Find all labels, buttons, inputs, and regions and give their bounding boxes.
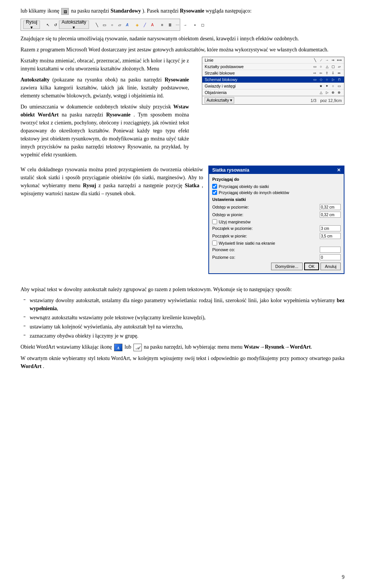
label-odstep-poziome: Odstęp w poziomie: [212, 205, 320, 209]
para-siatka-1: W celu dokładnego rysowania można przed … [21, 167, 203, 180]
para5-text5: . Tym sposobem można tworzyć tekst z cie… [21, 112, 189, 158]
middle-section: Linie ╲ ⟋ → ⇒ ⟺ Kształty podstawowe ▭ ○ … [21, 57, 344, 162]
paragraph-siatka: W celu dokładnego rysowania można przed … [21, 166, 203, 198]
arrow-style-icon[interactable]: → [182, 21, 189, 28]
font-color-icon[interactable]: A [149, 21, 156, 28]
wordart-label: WordArt [290, 344, 311, 350]
siatka-section: Siatka rysowania ✕ Przyciągaj do Przycią… [21, 166, 344, 274]
intro-text-3: ). Pasek narzędzi [142, 8, 178, 14]
input-poczatek-poziome[interactable] [320, 225, 341, 231]
rotate-icon[interactable]: ↺ [52, 21, 59, 28]
wordart-text-1: Obiekt WordArt wstawiamy klikając ikonę [21, 344, 112, 350]
objasnienia-shapes: △ ▷ ⊕ ⊗ [318, 90, 342, 95]
fill-color-icon[interactable]: ◈ [134, 21, 141, 28]
btn-ok[interactable]: OK [304, 263, 319, 270]
last-text-1: W otwartym oknie wybieramy styl tekstu W… [21, 355, 344, 361]
check-siatka: Przyciągaj obiekty do siatki [212, 184, 341, 189]
shape-arr3: ⇧ [324, 71, 330, 75]
shape-sch5: ⊓ [336, 77, 342, 82]
oval-icon[interactable]: ○ [109, 21, 116, 28]
shape-arr4: ⇩ [330, 71, 336, 75]
rysuj-button[interactable]: Rysuj ▾ [23, 21, 40, 29]
autoksztalty-button[interactable]: Autokształty ▾ [59, 21, 89, 29]
menu-item-objasnienia[interactable]: Objaśnienia △ ▷ ⊕ ⊗ [202, 89, 344, 96]
shape-line5: ⟺ [336, 58, 342, 62]
autoshapes-menu: Linie ╲ ⟋ → ⇒ ⟺ Kształty podstawowe ▭ ○ … [202, 57, 344, 105]
list-item-1-text: wstawiamy dowolny autokształt, ustalamy … [30, 298, 344, 311]
input-poziome[interactable] [320, 254, 341, 260]
check-marginesy-label: Użyj marginesów [219, 220, 251, 224]
section-przyciagaj: Przyciągaj do [212, 177, 341, 182]
menu-item-linie-label: Linie [205, 58, 312, 62]
shape-star3: ○ [330, 84, 336, 88]
btn-anuluj[interactable]: Anuluj [321, 263, 341, 270]
intro-text-1: lub klikamy ikonę [21, 8, 59, 14]
check-siatka-label: Przyciągaj obiekty do siatki [219, 184, 269, 189]
shape-round: ▢ [330, 64, 336, 69]
wordart-icon-1: A [114, 344, 122, 351]
para4-rysowanie: Rysowanie [165, 77, 189, 83]
row-odstep-pionowe: Odstęp w pionie: [212, 212, 341, 218]
shape-line4: ⇒ [330, 58, 336, 62]
wordart-toolbar-icon[interactable]: A [124, 21, 131, 28]
intro-rysowanie: Rysowanie [180, 8, 204, 14]
section2-para1: Aby wpisać tekst w dowolny autokształt n… [21, 285, 344, 293]
check-marginesy-input[interactable] [212, 219, 217, 224]
input-odstep-pionowe[interactable] [320, 212, 341, 218]
gwiazdy-shapes: ★ ✦ ○ ▭ [318, 84, 342, 88]
textbox-icon[interactable]: ▱ [116, 21, 123, 28]
last-paragraph: W otwartym oknie wybieramy styl tekstu W… [21, 354, 344, 370]
para3-text: Kształty można zmieniać, obracać, przerz… [21, 58, 189, 72]
line-icon[interactable]: ╲ [94, 21, 100, 28]
dialog-buttons: Domyślnie... OK Anuluj [212, 263, 341, 270]
autoshapes-bottom-button[interactable]: Autokształty ▾ [205, 97, 234, 104]
para5-rysowanie: Rysowanie [106, 112, 130, 118]
input-poczatek-pionowe[interactable] [320, 233, 341, 239]
para4-autoksztalty: Autokształty [21, 77, 49, 83]
shape-arr5: ⇔ [336, 71, 342, 75]
shape-oval: ○ [318, 64, 324, 69]
dialog-close-icon[interactable]: ✕ [337, 167, 341, 173]
menu-item-schemat-label: Schemat blokowy [205, 77, 312, 82]
list-item-1: wstawiamy dowolny autokształt, ustalamy … [30, 296, 344, 312]
para-siatka-3: z paska narzędzi a następnie pozycję [98, 183, 185, 188]
siatka-dialog: Siatka rysowania ✕ Przyciągaj do Przycią… [208, 166, 344, 274]
arrow-1: → [259, 344, 265, 350]
menu-item-gwiazdy[interactable]: Gwiazdy i wstęgi ★ ✦ ○ ▭ [202, 83, 344, 89]
text-left-section: Kształty można zmieniać, obracać, przerz… [21, 57, 189, 162]
paragraph-2: Razem z programem Microsoft Word dostarc… [21, 46, 344, 54]
rect-icon[interactable]: ▭ [101, 21, 108, 28]
shape-obj3: ⊕ [330, 90, 336, 95]
menu-item-strzalki[interactable]: Strzałki blokowe ⇨ ⇦ ⇧ ⇩ ⇔ [202, 70, 344, 76]
dash-style-icon[interactable]: ⋯ [174, 21, 181, 28]
row-odstep-poziome: Odstęp w poziomie: [212, 204, 341, 210]
para-siatka-rysuj: Rysuj [83, 183, 96, 188]
input-odstep-poziome[interactable] [320, 204, 341, 210]
wstaw-label: Wstaw [244, 344, 259, 350]
row-poczatek-pionowe: Początek w pionie: [212, 233, 341, 239]
menu-item-linie[interactable]: Linie ╲ ⟋ → ⇒ ⟺ [202, 57, 344, 64]
para3-menu: Menu [147, 66, 159, 72]
input-pionowe[interactable] [320, 247, 341, 253]
cursor-icon[interactable]: ↖ [44, 21, 51, 28]
para5-text1: Do umieszczania w dokumencie ozdobnych t… [21, 104, 171, 110]
shape-star2: ✦ [324, 84, 330, 88]
menu-item-schemat[interactable]: Schemat blokowy ▭ ◇ ○ ▷ ⊓ [202, 76, 344, 83]
check-obiekty-input[interactable] [212, 190, 217, 195]
paragraph-4: Autokształty (pokazane na rysunku obok) … [21, 76, 189, 100]
toolbar-shadow-icons: ▪ ◻ [192, 21, 206, 28]
line-color-icon[interactable]: ╱ [141, 21, 148, 28]
shadow-icon[interactable]: ▪ [192, 21, 198, 28]
wordart-icon-2: 𝒜 [133, 344, 142, 351]
list-item-3: ustawiamy tak kolejność wyświetlania, ab… [30, 323, 344, 331]
check-pokaz-linie-input[interactable] [212, 241, 217, 245]
btn-domyslnie[interactable]: Domyślnie... [271, 263, 303, 270]
line-weight-icon[interactable]: ≣ [167, 21, 173, 28]
menu-bottom: Autokształty ▾ 1/3 poz 12,9cm [202, 96, 344, 104]
shape-line1: ╲ [312, 58, 317, 62]
line-style-icon[interactable]: ≡ [159, 21, 166, 28]
check-pokaz-linie: Wyświetl linie siatki na ekranie [212, 241, 341, 245]
3d-icon[interactable]: ◻ [199, 21, 206, 28]
check-siatka-input[interactable] [212, 184, 217, 189]
menu-item-podstawowe[interactable]: Kształty podstawowe ▭ ○ △ ▢ ▱ [202, 64, 344, 70]
